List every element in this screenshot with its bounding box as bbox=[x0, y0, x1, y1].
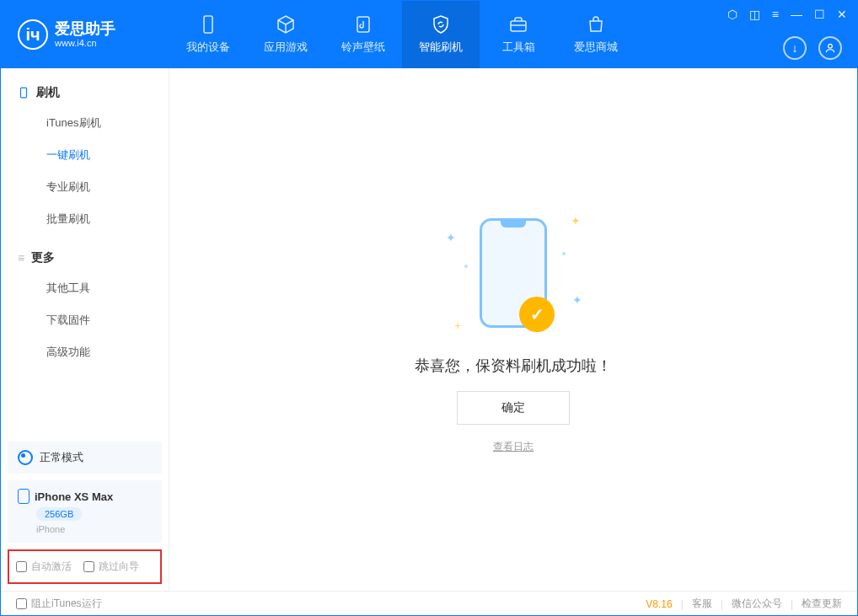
checkbox-skip-guide[interactable]: 跳过向导 bbox=[83, 560, 139, 574]
toolbox-icon bbox=[508, 14, 528, 35]
tab-label: 工具箱 bbox=[502, 40, 535, 55]
tab-ringtones[interactable]: 铃声壁纸 bbox=[324, 1, 402, 68]
sidebar-item-itunes-flash[interactable]: iTunes刷机 bbox=[1, 107, 169, 139]
checkbox-input[interactable] bbox=[16, 598, 27, 609]
sidebar-item-batch-flash[interactable]: 批量刷机 bbox=[1, 203, 169, 235]
success-message: 恭喜您，保资料刷机成功啦！ bbox=[415, 356, 612, 376]
phone-mini-icon bbox=[18, 489, 29, 504]
sparkle-icon: ✦ bbox=[446, 231, 456, 244]
minimize-button[interactable]: — bbox=[791, 8, 802, 21]
sidebar-item-onekey-flash[interactable]: 一键刷机 bbox=[1, 139, 169, 171]
device-mode-box[interactable]: 正常模式 bbox=[8, 442, 162, 474]
checkbox-input[interactable] bbox=[16, 561, 27, 572]
maximize-button[interactable]: ☐ bbox=[814, 8, 825, 21]
tab-toolbox[interactable]: 工具箱 bbox=[480, 1, 557, 68]
mode-icon bbox=[18, 450, 33, 465]
version-label: V8.16 bbox=[646, 598, 672, 610]
cube-icon bbox=[276, 14, 296, 35]
shield-sync-icon bbox=[431, 14, 451, 35]
tab-apps-games[interactable]: 应用游戏 bbox=[247, 1, 324, 68]
footer-link-wechat[interactable]: 微信公众号 bbox=[732, 597, 782, 611]
tab-label: 爱思商城 bbox=[574, 40, 618, 55]
device-storage-badge: 256GB bbox=[36, 507, 82, 521]
footer-link-update[interactable]: 检查更新 bbox=[802, 597, 842, 611]
sidebar-item-advanced[interactable]: 高级功能 bbox=[1, 336, 169, 368]
logo-subtitle: www.i4.cn bbox=[55, 38, 115, 48]
sparkle-icon: ✦ bbox=[571, 214, 581, 228]
phone-icon bbox=[198, 14, 218, 35]
device-mode-label: 正常模式 bbox=[40, 450, 83, 465]
device-info-box[interactable]: iPhone XS Max 256GB iPhone bbox=[8, 480, 162, 543]
section-more: ≡ 更多 bbox=[1, 244, 169, 272]
sparkle-icon: ✦ bbox=[572, 293, 582, 307]
device-name: iPhone XS Max bbox=[35, 490, 113, 503]
feedback-icon[interactable]: ◫ bbox=[749, 8, 760, 21]
shirt-icon[interactable]: ⬡ bbox=[727, 8, 737, 21]
tab-label: 铃声壁纸 bbox=[341, 40, 385, 55]
tab-my-device[interactable]: 我的设备 bbox=[169, 1, 247, 68]
sidebar-item-download-firmware[interactable]: 下载固件 bbox=[1, 304, 169, 336]
phone-illustration: ✓ bbox=[480, 218, 547, 328]
logo-area: iч 爱思助手 www.i4.cn bbox=[1, 19, 169, 50]
sidebar-item-other-tools[interactable]: 其他工具 bbox=[1, 272, 169, 304]
svg-rect-2 bbox=[511, 21, 526, 31]
checkbox-input[interactable] bbox=[83, 561, 94, 572]
tab-store[interactable]: 爱思商城 bbox=[557, 1, 635, 68]
tab-smart-flash[interactable]: 智能刷机 bbox=[402, 1, 480, 68]
device-type: iPhone bbox=[36, 524, 152, 534]
logo-icon: iч bbox=[18, 19, 48, 50]
sidebar-item-pro-flash[interactable]: 专业刷机 bbox=[1, 171, 169, 203]
logo-title: 爱思助手 bbox=[55, 21, 115, 38]
success-illustration: ✦ ✦ + ✦ ✓ bbox=[421, 206, 606, 340]
app-header: iч 爱思助手 www.i4.cn 我的设备 应用游戏 铃声壁纸 智能刷机 工具… bbox=[1, 1, 857, 68]
header-action-icons: ↓ bbox=[783, 36, 842, 60]
check-badge-icon: ✓ bbox=[519, 297, 555, 332]
ok-button[interactable]: 确定 bbox=[457, 391, 570, 425]
sparkle-icon: + bbox=[454, 319, 461, 332]
svg-rect-0 bbox=[204, 16, 212, 33]
menu-icon[interactable]: ≡ bbox=[772, 8, 779, 21]
tab-label: 我的设备 bbox=[186, 40, 230, 55]
music-file-icon bbox=[353, 14, 373, 35]
checkbox-auto-activate[interactable]: 自动激活 bbox=[16, 560, 72, 574]
user-icon[interactable] bbox=[818, 36, 842, 60]
device-icon bbox=[18, 85, 29, 100]
checkbox-block-itunes[interactable]: 阻止iTunes运行 bbox=[16, 597, 102, 611]
nav-tabs: 我的设备 应用游戏 铃声壁纸 智能刷机 工具箱 爱思商城 bbox=[169, 1, 635, 68]
section-flash: 刷机 bbox=[1, 78, 169, 107]
dot-icon bbox=[562, 252, 566, 255]
dot-icon bbox=[464, 265, 468, 268]
svg-rect-4 bbox=[21, 88, 27, 98]
tab-label: 应用游戏 bbox=[264, 40, 308, 55]
view-log-link[interactable]: 查看日志 bbox=[493, 440, 534, 454]
svg-point-3 bbox=[829, 44, 833, 48]
tab-label: 智能刷机 bbox=[419, 40, 463, 55]
download-icon[interactable]: ↓ bbox=[783, 36, 807, 60]
footer-bar: 阻止iTunes运行 V8.16 | 客服 | 微信公众号 | 检查更新 bbox=[1, 591, 857, 616]
titlebar-controls: ⬡ ◫ ≡ — ☐ ✕ bbox=[727, 8, 847, 21]
list-icon: ≡ bbox=[18, 251, 24, 265]
sidebar: 刷机 iTunes刷机 一键刷机 专业刷机 批量刷机 ≡ 更多 其他工具 下载固… bbox=[1, 68, 169, 591]
options-highlight-box: 自动激活 跳过向导 bbox=[8, 549, 162, 584]
close-button[interactable]: ✕ bbox=[837, 8, 847, 21]
bag-icon bbox=[586, 14, 606, 35]
footer-link-service[interactable]: 客服 bbox=[692, 597, 712, 611]
main-content: ✦ ✦ + ✦ ✓ 恭喜您，保资料刷机成功啦！ 确定 查看日志 bbox=[169, 68, 857, 591]
